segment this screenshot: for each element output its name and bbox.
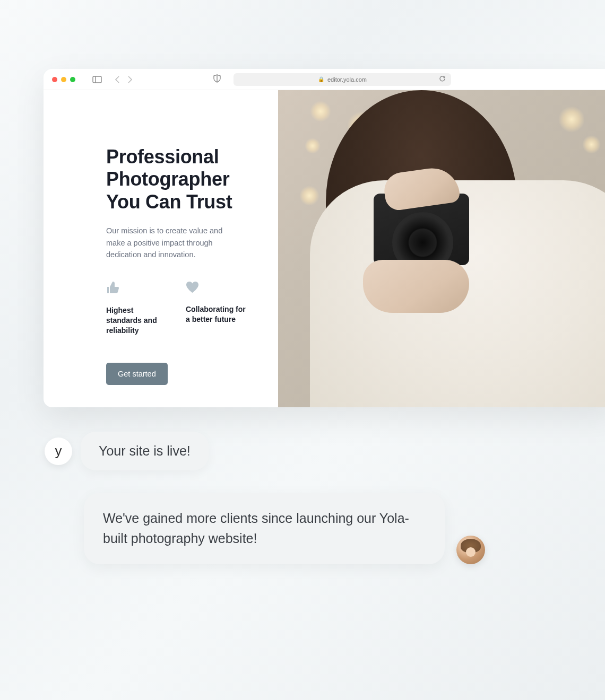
hero-title-line2: Photographer bbox=[106, 168, 229, 190]
yola-logo-glyph: y bbox=[55, 443, 62, 459]
browser-chrome: 🔒 editor.yola.com bbox=[44, 69, 605, 90]
chat-row-user: We've gained more clients since launchin… bbox=[84, 493, 506, 564]
chat-bubble-yola: Your site is live! bbox=[81, 432, 209, 470]
address-bar[interactable]: 🔒 editor.yola.com bbox=[234, 73, 451, 86]
hero-title-line3: You Can Trust bbox=[106, 191, 232, 213]
back-button[interactable] bbox=[115, 76, 119, 83]
shield-icon[interactable] bbox=[213, 74, 221, 85]
nav-arrows bbox=[115, 76, 133, 83]
page-content: Professional Photographer You Can Trust … bbox=[44, 90, 605, 407]
hero-title: Professional Photographer You Can Trust bbox=[106, 146, 278, 213]
url-text: editor.yola.com bbox=[327, 76, 367, 83]
minimize-window-button[interactable] bbox=[61, 77, 66, 82]
hero-title-line1: Professional bbox=[106, 146, 219, 168]
feature-quality: Highest standards and reliability bbox=[106, 281, 170, 336]
heart-icon bbox=[186, 281, 249, 295]
svg-rect-0 bbox=[93, 76, 101, 83]
forward-button[interactable] bbox=[128, 76, 133, 83]
browser-window: 🔒 editor.yola.com Professional Photograp… bbox=[44, 69, 605, 407]
user-avatar bbox=[456, 536, 485, 564]
get-started-button[interactable]: Get started bbox=[106, 363, 168, 385]
features-row: Highest standards and reliability Collab… bbox=[106, 281, 278, 336]
feature-collaboration-label: Collaborating for a better future bbox=[186, 304, 249, 325]
maximize-window-button[interactable] bbox=[70, 77, 75, 82]
feature-collaboration: Collaborating for a better future bbox=[186, 281, 249, 336]
chat-row-yola: y Your site is live! bbox=[45, 432, 506, 470]
close-window-button[interactable] bbox=[52, 77, 57, 82]
thumbs-up-icon bbox=[106, 281, 170, 296]
yola-avatar: y bbox=[45, 438, 72, 465]
hero-left-panel: Professional Photographer You Can Trust … bbox=[44, 90, 278, 407]
feature-quality-label: Highest standards and reliability bbox=[106, 305, 170, 336]
chat-area: y Your site is live! We've gained more c… bbox=[45, 432, 506, 564]
lock-icon: 🔒 bbox=[318, 76, 324, 82]
sidebar-toggle-icon[interactable] bbox=[92, 76, 102, 83]
hero-image bbox=[278, 90, 605, 407]
chat-bubble-user: We've gained more clients since launchin… bbox=[84, 493, 445, 564]
hero-subtitle: Our mission is to create value and make … bbox=[106, 225, 239, 260]
refresh-icon[interactable] bbox=[439, 75, 446, 83]
traffic-lights bbox=[52, 77, 75, 82]
